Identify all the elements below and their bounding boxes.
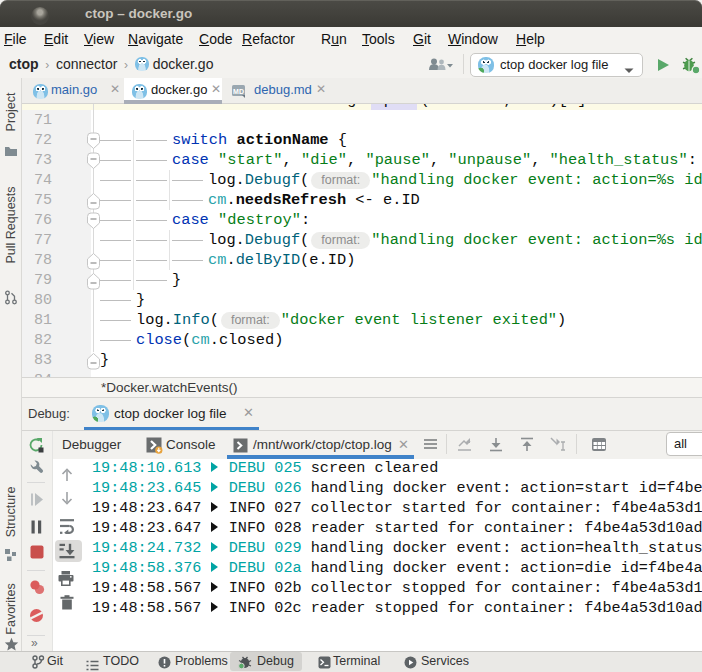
svg-text:MD: MD (233, 88, 244, 95)
